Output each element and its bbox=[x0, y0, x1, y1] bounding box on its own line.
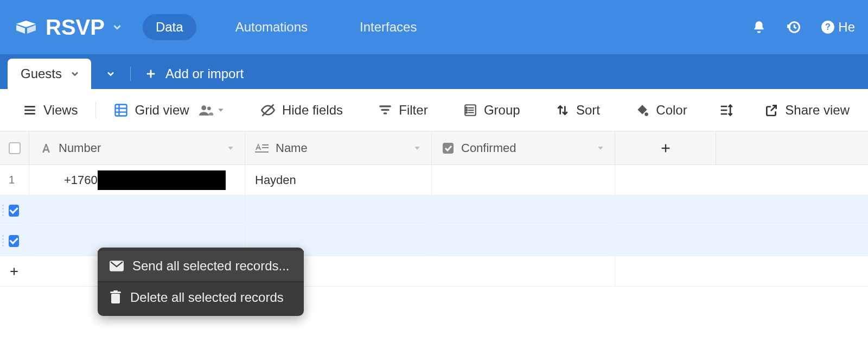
chevron-down-icon[interactable] bbox=[596, 144, 605, 153]
cell-value: Hayden bbox=[255, 173, 296, 187]
sort-button[interactable]: Sort bbox=[548, 98, 608, 122]
table-row[interactable]: 1 +1760 Hayden bbox=[0, 165, 868, 195]
sort-icon bbox=[556, 103, 570, 117]
chevron-down-icon[interactable] bbox=[69, 68, 80, 79]
header-actions: ? He bbox=[751, 20, 855, 35]
grid-header-row: Number Name Confirmed bbox=[0, 131, 868, 165]
hide-fields-button[interactable]: Hide fields bbox=[253, 98, 350, 122]
cell-name[interactable]: Hayden bbox=[245, 165, 432, 195]
row-select-cell[interactable] bbox=[0, 226, 29, 256]
field-header-confirmed[interactable]: Confirmed bbox=[432, 131, 615, 164]
drag-handle-icon[interactable] bbox=[2, 205, 5, 216]
svg-marker-37 bbox=[228, 147, 233, 149]
svg-rect-38 bbox=[262, 144, 269, 145]
hide-icon bbox=[260, 103, 276, 118]
context-menu: Send all selected records... Delete all … bbox=[98, 248, 304, 316]
grid-view-button[interactable]: Grid view bbox=[106, 98, 233, 122]
nav-tab-interfaces[interactable]: Interfaces bbox=[347, 14, 430, 40]
svg-rect-19 bbox=[379, 105, 391, 107]
share-view-button[interactable]: Share view bbox=[757, 98, 857, 122]
app-logo-icon[interactable] bbox=[15, 21, 37, 34]
select-all-cell[interactable] bbox=[0, 131, 29, 164]
cell-confirmed[interactable] bbox=[432, 226, 615, 256]
add-field-button[interactable] bbox=[615, 131, 716, 164]
base-menu-chevron-icon[interactable] bbox=[111, 21, 123, 33]
row-number[interactable]: 1 bbox=[0, 165, 29, 195]
row-checkbox[interactable] bbox=[9, 205, 19, 217]
cell-confirmed[interactable] bbox=[432, 165, 615, 195]
field-header-number[interactable]: Number bbox=[29, 131, 245, 164]
view-toolbar: Views Grid view Hide fields Filter bbox=[0, 89, 868, 131]
select-all-checkbox[interactable] bbox=[9, 142, 21, 154]
svg-marker-17 bbox=[218, 109, 223, 111]
svg-point-15 bbox=[201, 105, 206, 110]
cell-value: +1760 bbox=[29, 173, 98, 187]
checkbox-field-icon bbox=[442, 142, 455, 155]
svg-marker-43 bbox=[598, 147, 603, 149]
trash-icon bbox=[110, 290, 122, 305]
svg-point-26 bbox=[466, 107, 467, 108]
share-icon bbox=[764, 103, 778, 117]
base-name[interactable]: RSVP bbox=[46, 15, 105, 40]
context-send-records[interactable]: Send all selected records... bbox=[98, 251, 304, 282]
svg-marker-41 bbox=[414, 147, 419, 149]
svg-rect-20 bbox=[381, 109, 390, 110]
table-tab-guests[interactable]: Guests bbox=[8, 59, 91, 89]
group-button[interactable]: Group bbox=[456, 98, 528, 122]
svg-rect-51 bbox=[113, 290, 118, 292]
cell-number[interactable]: +1760 bbox=[29, 165, 245, 195]
table-row[interactable] bbox=[0, 195, 868, 226]
hide-fields-label: Hide fields bbox=[282, 103, 343, 118]
table-list-chevron-icon[interactable] bbox=[91, 59, 130, 89]
views-button[interactable]: Views bbox=[15, 98, 86, 122]
svg-point-28 bbox=[466, 112, 467, 113]
chevron-down-icon[interactable] bbox=[216, 106, 225, 115]
filter-label: Filter bbox=[399, 103, 427, 118]
svg-rect-40 bbox=[255, 151, 269, 153]
plus-icon[interactable] bbox=[0, 266, 29, 277]
svg-rect-39 bbox=[262, 147, 269, 148]
color-label: Color bbox=[656, 103, 687, 118]
text-field-icon bbox=[39, 142, 52, 155]
color-icon bbox=[635, 103, 649, 117]
cell-name[interactable] bbox=[245, 195, 432, 225]
plus-icon bbox=[145, 68, 157, 80]
color-button[interactable]: Color bbox=[628, 98, 694, 122]
cell-number[interactable] bbox=[29, 195, 245, 225]
grid-view-label: Grid view bbox=[135, 103, 189, 118]
group-icon bbox=[463, 103, 477, 117]
row-height-button[interactable] bbox=[715, 98, 737, 122]
drag-handle-icon[interactable] bbox=[2, 235, 5, 246]
field-label: Number bbox=[59, 141, 101, 155]
help-icon[interactable]: ? He bbox=[821, 20, 855, 35]
row-checkbox[interactable] bbox=[9, 235, 19, 247]
field-label: Confirmed bbox=[461, 141, 516, 155]
chevron-down-icon[interactable] bbox=[413, 144, 422, 153]
context-delete-records[interactable]: Delete all selected records bbox=[98, 282, 304, 313]
notifications-icon[interactable] bbox=[751, 20, 767, 35]
nav-tab-data[interactable]: Data bbox=[143, 14, 196, 40]
filter-button[interactable]: Filter bbox=[371, 98, 435, 122]
nav-tab-automations[interactable]: Automations bbox=[222, 14, 321, 40]
field-header-name[interactable]: Name bbox=[245, 131, 432, 164]
views-label: Views bbox=[43, 103, 78, 118]
row-height-icon bbox=[718, 103, 733, 118]
svg-rect-11 bbox=[115, 104, 126, 116]
long-text-field-icon bbox=[255, 142, 269, 154]
svg-point-27 bbox=[466, 109, 467, 110]
share-view-label: Share view bbox=[785, 103, 850, 118]
history-icon[interactable] bbox=[786, 20, 801, 35]
add-or-import-button[interactable]: Add or import bbox=[131, 59, 258, 89]
grid-icon bbox=[113, 103, 129, 118]
chevron-down-icon[interactable] bbox=[226, 144, 235, 153]
svg-point-31 bbox=[645, 112, 649, 116]
menu-icon bbox=[23, 103, 37, 117]
sort-label: Sort bbox=[576, 103, 600, 118]
workspace-nav: Data Automations Interfaces bbox=[143, 14, 430, 40]
row-select-cell[interactable] bbox=[0, 195, 29, 225]
cell-confirmed[interactable] bbox=[432, 195, 615, 225]
add-or-import-label: Add or import bbox=[165, 66, 244, 81]
filter-icon bbox=[378, 103, 392, 117]
divider bbox=[95, 102, 96, 118]
people-icon bbox=[199, 105, 213, 116]
